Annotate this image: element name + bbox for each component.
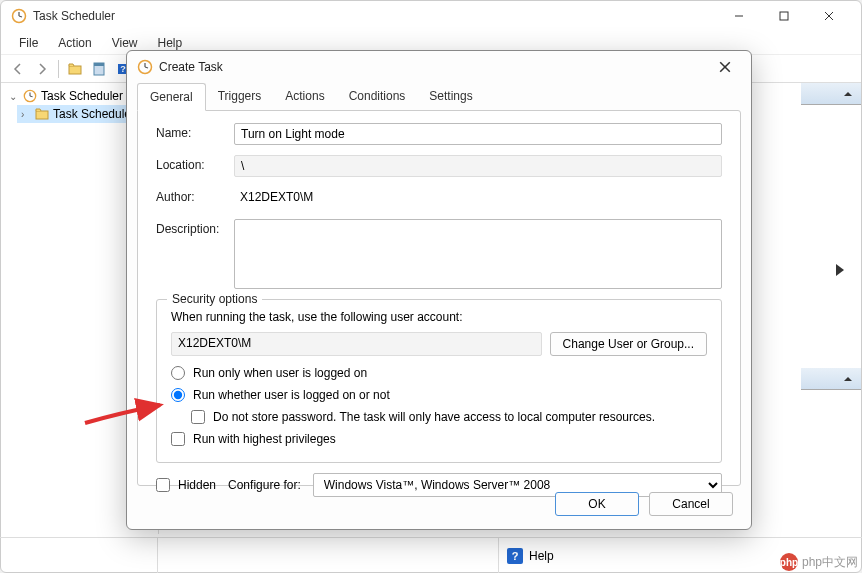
close-button[interactable] bbox=[806, 2, 851, 30]
svg-line-2 bbox=[19, 16, 22, 17]
run-whether-row[interactable]: Run whether user is logged on or not bbox=[171, 388, 707, 402]
status-left bbox=[0, 538, 158, 573]
scheduler-icon bbox=[137, 59, 153, 75]
help-icon: ? bbox=[507, 548, 523, 564]
back-button[interactable] bbox=[7, 58, 29, 80]
watermark: php php中文网 bbox=[780, 553, 858, 571]
svg-rect-9 bbox=[94, 63, 104, 66]
run-whether-label: Run whether user is logged on or not bbox=[193, 388, 390, 402]
dialog-title: Create Task bbox=[159, 60, 709, 74]
watermark-text: php中文网 bbox=[802, 554, 858, 571]
hidden-row[interactable]: Hidden bbox=[156, 478, 216, 492]
status-mid: ? Help bbox=[158, 538, 862, 573]
collapse-up-icon bbox=[843, 89, 853, 99]
actions-section-expand[interactable] bbox=[834, 263, 846, 281]
window-controls bbox=[716, 2, 851, 30]
svg-text:?: ? bbox=[120, 64, 126, 74]
close-icon bbox=[719, 61, 731, 73]
author-label: Author: bbox=[156, 187, 234, 204]
svg-rect-4 bbox=[780, 12, 788, 20]
tab-general[interactable]: General bbox=[137, 83, 206, 111]
location-value: \ bbox=[234, 155, 722, 177]
tree-expand-icon[interactable]: › bbox=[21, 109, 31, 120]
dialog-close-button[interactable] bbox=[709, 55, 741, 79]
location-label: Location: bbox=[156, 155, 234, 172]
description-input[interactable] bbox=[234, 219, 722, 289]
minimize-button[interactable] bbox=[716, 2, 761, 30]
tab-actions[interactable]: Actions bbox=[273, 83, 336, 111]
tab-triggers[interactable]: Triggers bbox=[206, 83, 274, 111]
when-running-label: When running the task, use the following… bbox=[171, 310, 707, 324]
ok-button[interactable]: OK bbox=[555, 492, 639, 516]
security-legend: Security options bbox=[167, 292, 262, 306]
menu-file[interactable]: File bbox=[9, 33, 48, 53]
folder-icon bbox=[35, 107, 49, 121]
tab-settings[interactable]: Settings bbox=[417, 83, 484, 111]
create-task-dialog: Create Task General Triggers Actions Con… bbox=[126, 50, 752, 530]
forward-button[interactable] bbox=[31, 58, 53, 80]
main-title: Task Scheduler bbox=[33, 9, 716, 23]
hidden-label: Hidden bbox=[178, 478, 216, 492]
properties-button[interactable] bbox=[88, 58, 110, 80]
status-bar: ? Help bbox=[0, 537, 862, 573]
name-label: Name: bbox=[156, 123, 234, 140]
security-options-fieldset: Security options When running the task, … bbox=[156, 299, 722, 463]
status-help-item[interactable]: ? Help bbox=[498, 538, 562, 573]
status-help-label: Help bbox=[529, 549, 554, 563]
watermark-icon: php bbox=[780, 553, 798, 571]
maximize-button[interactable] bbox=[761, 2, 806, 30]
folder-button[interactable] bbox=[64, 58, 86, 80]
svg-line-14 bbox=[30, 96, 33, 97]
svg-rect-15 bbox=[36, 111, 48, 119]
description-label: Description: bbox=[156, 219, 234, 236]
dialog-tabs: General Triggers Actions Conditions Sett… bbox=[127, 83, 751, 111]
tab-general-content: Name: Location: \ Author: X12DEXT0\M Des… bbox=[137, 110, 741, 486]
do-not-store-checkbox[interactable] bbox=[191, 410, 205, 424]
tree-collapse-icon[interactable]: ⌄ bbox=[9, 91, 19, 102]
run-highest-label: Run with highest privileges bbox=[193, 432, 336, 446]
tree-child-label: Task Schedule bbox=[53, 107, 131, 121]
svg-line-18 bbox=[145, 67, 148, 68]
run-logged-on-label: Run only when user is logged on bbox=[193, 366, 367, 380]
do-not-store-label: Do not store password. The task will onl… bbox=[213, 410, 655, 424]
separator bbox=[58, 60, 59, 78]
name-input[interactable] bbox=[234, 123, 722, 145]
run-highest-checkbox[interactable] bbox=[171, 432, 185, 446]
play-icon bbox=[834, 263, 846, 277]
author-value: X12DEXT0\M bbox=[234, 187, 722, 209]
svg-rect-7 bbox=[69, 66, 81, 74]
scheduler-icon bbox=[23, 89, 37, 103]
run-whether-radio[interactable] bbox=[171, 388, 185, 402]
actions-header-collapsed-2[interactable] bbox=[801, 368, 861, 390]
do-not-store-row[interactable]: Do not store password. The task will onl… bbox=[191, 410, 707, 424]
scheduler-icon bbox=[11, 8, 27, 24]
run-logged-on-row[interactable]: Run only when user is logged on bbox=[171, 366, 707, 380]
tab-conditions[interactable]: Conditions bbox=[337, 83, 418, 111]
cancel-button[interactable]: Cancel bbox=[649, 492, 733, 516]
hidden-checkbox[interactable] bbox=[156, 478, 170, 492]
configure-for-label: Configure for: bbox=[228, 478, 301, 492]
actions-header-collapsed-1[interactable] bbox=[801, 83, 861, 105]
main-titlebar: Task Scheduler bbox=[1, 1, 861, 31]
collapse-up-icon bbox=[843, 374, 853, 384]
tree-root-label: Task Scheduler (L bbox=[41, 89, 137, 103]
run-logged-on-radio[interactable] bbox=[171, 366, 185, 380]
change-user-button[interactable]: Change User or Group... bbox=[550, 332, 707, 356]
user-account-display: X12DEXT0\M bbox=[171, 332, 542, 356]
run-highest-row[interactable]: Run with highest privileges bbox=[171, 432, 707, 446]
menu-action[interactable]: Action bbox=[48, 33, 101, 53]
dialog-titlebar: Create Task bbox=[127, 51, 751, 83]
